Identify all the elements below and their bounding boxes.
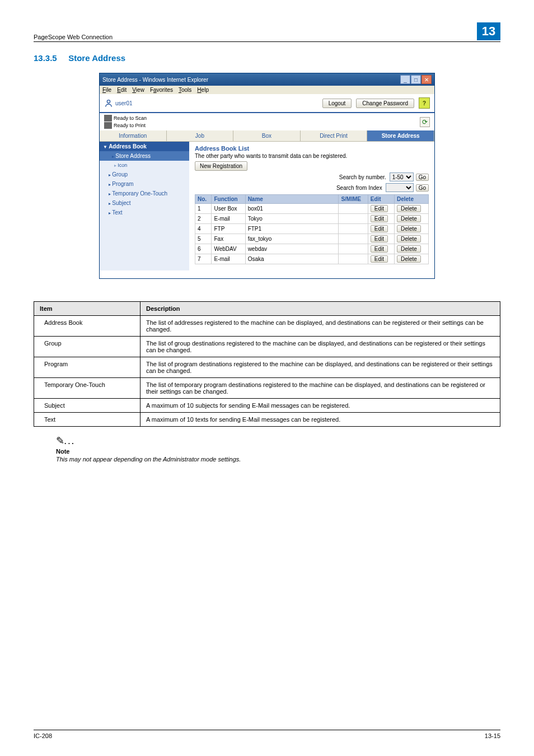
desc-item: Program (34, 357, 140, 378)
help-icon[interactable]: ? (419, 97, 430, 109)
search-number-label: Search by number. (339, 174, 386, 180)
menu-tools[interactable]: Tools (179, 87, 191, 93)
tab-direct-print[interactable]: Direct Print (301, 130, 368, 141)
th-smime: S/MIME (339, 195, 368, 204)
refresh-icon[interactable]: ⟳ (420, 117, 430, 127)
cell-no: 4 (195, 224, 212, 234)
user-name: user01 (115, 100, 133, 106)
main-intro: The other party who wants to transmit da… (195, 153, 429, 159)
svg-point-0 (107, 100, 110, 103)
search-index-select[interactable] (386, 183, 414, 192)
menu-edit[interactable]: Edit (117, 87, 127, 93)
cell-smime (339, 244, 368, 254)
desc-item: Address Book (34, 316, 140, 337)
delete-button[interactable]: Delete (397, 255, 421, 263)
menu-view[interactable]: View (132, 87, 144, 93)
sidebar-item-store-address[interactable]: Store Address (100, 151, 189, 161)
section-heading: 13.3.5 Store Address (34, 53, 500, 63)
delete-button[interactable]: Delete (397, 235, 421, 242)
sidebar-item-text[interactable]: Text (100, 208, 189, 217)
status-scan: Ready to Scan (114, 115, 147, 121)
cell-function: User Box (212, 204, 245, 214)
cell-smime (339, 204, 368, 214)
menubar: File Edit View Favorites Tools Help (100, 86, 434, 94)
description-table: Item Description Address BookThe list of… (34, 301, 500, 427)
go-button-1[interactable]: Go (416, 174, 429, 181)
cell-no: 2 (195, 214, 212, 224)
cell-function: Fax (212, 234, 245, 244)
desc-text: A maximum of 10 subjects for sending E-M… (140, 399, 500, 413)
th-delete: Delete (395, 195, 429, 204)
desc-h-item: Item (34, 302, 140, 316)
menu-favorites[interactable]: Favorites (150, 87, 173, 93)
footer-left: IC-208 (34, 732, 52, 739)
status-print: Ready to Print (114, 123, 146, 128)
cell-name: Tokyo (245, 214, 339, 224)
table-row: 1User Boxbox01EditDelete (195, 204, 429, 214)
note-block: ✎. . . Note This may not appear dependin… (34, 435, 500, 463)
delete-button[interactable]: Delete (397, 215, 421, 222)
cell-no: 6 (195, 244, 212, 254)
minimize-icon[interactable]: _ (400, 75, 410, 84)
close-icon[interactable]: ✕ (421, 75, 432, 84)
scan-status-icon (104, 115, 112, 122)
search-index-label: Search from Index (336, 185, 382, 191)
note-label: Note (56, 448, 500, 455)
table-row: TextA maximum of 10 texts for sending E-… (34, 413, 500, 427)
section-number: 13.3.5 (34, 53, 66, 63)
edit-button[interactable]: Edit (371, 215, 388, 222)
cell-function: WebDAV (212, 244, 245, 254)
sidebar-item-subject[interactable]: Subject (100, 198, 189, 208)
menu-file[interactable]: File (102, 87, 111, 93)
tab-information[interactable]: Information (100, 130, 167, 141)
table-row: 2E-mailTokyoEditDelete (195, 214, 429, 224)
maximize-icon[interactable]: □ (411, 75, 421, 84)
edit-button[interactable]: Edit (371, 255, 388, 263)
edit-button[interactable]: Edit (371, 225, 388, 232)
logout-button[interactable]: Logout (322, 99, 352, 108)
section-title: Store Address (68, 53, 125, 63)
desc-item: Subject (34, 399, 140, 413)
cell-smime (339, 224, 368, 234)
tab-store-address[interactable]: Store Address (367, 130, 434, 141)
desc-text: The list of group destinations registere… (140, 337, 500, 357)
sidebar-cat-address-book[interactable]: Address Book (100, 142, 189, 151)
search-number-select[interactable]: 1-50 (390, 172, 414, 181)
browser-window: Store Address - Windows Internet Explore… (99, 73, 435, 279)
cell-function: FTP (212, 224, 245, 234)
delete-button[interactable]: Delete (397, 205, 421, 212)
menu-help[interactable]: Help (197, 87, 209, 93)
new-registration-button[interactable]: New Registration (195, 161, 247, 171)
cell-smime (339, 234, 368, 244)
edit-button[interactable]: Edit (371, 235, 388, 242)
note-dots: . . . (64, 438, 74, 446)
sidebar-item-program[interactable]: Program (100, 179, 189, 189)
address-table: No. Function Name S/MIME Edit Delete 1Us… (195, 194, 429, 264)
desc-text: The list of addresses registered to the … (140, 316, 500, 337)
desc-text: The list of temporary program destinatio… (140, 378, 500, 399)
sidebar-item-group[interactable]: Group (100, 170, 189, 179)
tab-box[interactable]: Box (233, 130, 301, 141)
th-name: Name (245, 195, 339, 204)
header-title: PageScope Web Connection (34, 34, 113, 40)
cell-name: Osaka (245, 254, 339, 264)
edit-button[interactable]: Edit (371, 245, 388, 253)
cell-no: 5 (195, 234, 212, 244)
edit-button[interactable]: Edit (371, 205, 388, 212)
sidebar-item-icon[interactable]: Icon (100, 161, 189, 170)
table-row: 4FTPFTP1EditDelete (195, 224, 429, 234)
sidebar-item-temporary[interactable]: Temporary One-Touch (100, 189, 189, 198)
delete-button[interactable]: Delete (397, 245, 421, 253)
go-button-2[interactable]: Go (416, 184, 429, 192)
change-password-button[interactable]: Change Password (356, 99, 414, 108)
cell-no: 1 (195, 204, 212, 214)
desc-item: Text (34, 413, 140, 427)
table-row: GroupThe list of group destinations regi… (34, 337, 500, 357)
desc-text: A maximum of 10 texts for sending E-Mail… (140, 413, 500, 427)
desc-item: Temporary One-Touch (34, 378, 140, 399)
note-text: This may not appear depending on the Adm… (56, 456, 500, 463)
delete-button[interactable]: Delete (397, 225, 421, 232)
tab-job[interactable]: Job (167, 130, 234, 141)
table-row: 5Faxfax_tokyoEditDelete (195, 234, 429, 244)
cell-function: E-mail (212, 254, 245, 264)
